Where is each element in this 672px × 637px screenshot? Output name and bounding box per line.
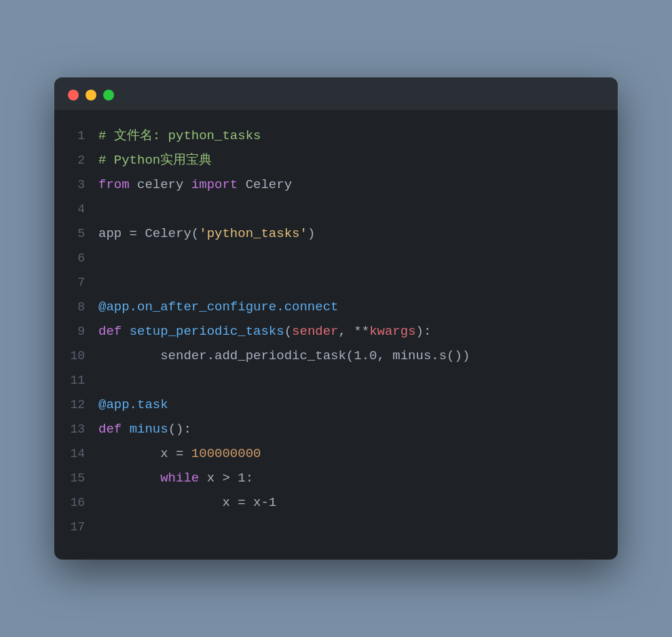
maximize-button[interactable] (103, 90, 114, 101)
line-number: 11 (68, 368, 98, 393)
code-line: 8@app.on_after_configure.connect (68, 295, 604, 319)
line-content: # Python实用宝典 (98, 148, 212, 172)
code-line: 15 while x > 1: (68, 466, 604, 490)
code-line: 10 sender.add_periodic_task(1.0, minus.s… (68, 344, 604, 368)
line-content: sender.add_periodic_task(1.0, minus.s()) (98, 344, 470, 368)
code-line: 12@app.task (68, 393, 604, 417)
line-number: 12 (68, 393, 98, 417)
line-content: x = x-1 (98, 490, 276, 515)
line-content: while x > 1: (98, 466, 253, 490)
line-number: 6 (68, 246, 98, 270)
close-button[interactable] (68, 90, 79, 101)
line-content: from celery import Celery (98, 172, 292, 197)
line-number: 4 (68, 197, 98, 221)
code-window: 1# 文件名: python_tasks2# Python实用宝典3from c… (54, 77, 618, 560)
line-number: 14 (68, 441, 98, 466)
line-content: @app.on_after_configure.connect (98, 295, 338, 319)
line-number: 5 (68, 221, 98, 246)
code-editor: 1# 文件名: python_tasks2# Python实用宝典3from c… (54, 110, 618, 560)
code-line: 5app = Celery('python_tasks') (68, 221, 604, 246)
line-number: 3 (68, 172, 98, 197)
code-line: 11 (68, 368, 604, 393)
code-line: 17 (68, 515, 604, 539)
line-number: 1 (68, 124, 98, 148)
line-content: def minus(): (98, 417, 191, 441)
titlebar (54, 77, 618, 110)
line-number: 15 (68, 466, 98, 490)
line-number: 16 (68, 490, 98, 515)
code-line: 1# 文件名: python_tasks (68, 124, 604, 148)
line-content: x = 100000000 (98, 441, 261, 466)
code-line: 16 x = x-1 (68, 490, 604, 515)
minimize-button[interactable] (86, 90, 96, 101)
code-line: 4 (68, 197, 604, 221)
code-line: 14 x = 100000000 (68, 441, 604, 466)
line-content: def setup_periodic_tasks(sender, **kwarg… (98, 319, 431, 344)
line-content: @app.task (98, 393, 168, 417)
line-number: 10 (68, 344, 98, 368)
line-number: 2 (68, 148, 98, 172)
code-line: 7 (68, 270, 604, 295)
line-number: 8 (68, 295, 98, 319)
line-number: 17 (68, 515, 98, 539)
line-content: app = Celery('python_tasks') (98, 221, 315, 246)
code-line: 9def setup_periodic_tasks(sender, **kwar… (68, 319, 604, 344)
line-number: 7 (68, 270, 98, 295)
line-content: # 文件名: python_tasks (98, 124, 261, 148)
code-line: 6 (68, 246, 604, 270)
code-line: 13def minus(): (68, 417, 604, 441)
line-number: 9 (68, 319, 98, 344)
line-number: 13 (68, 417, 98, 441)
code-line: 3from celery import Celery (68, 172, 604, 197)
code-line: 2# Python实用宝典 (68, 148, 604, 172)
